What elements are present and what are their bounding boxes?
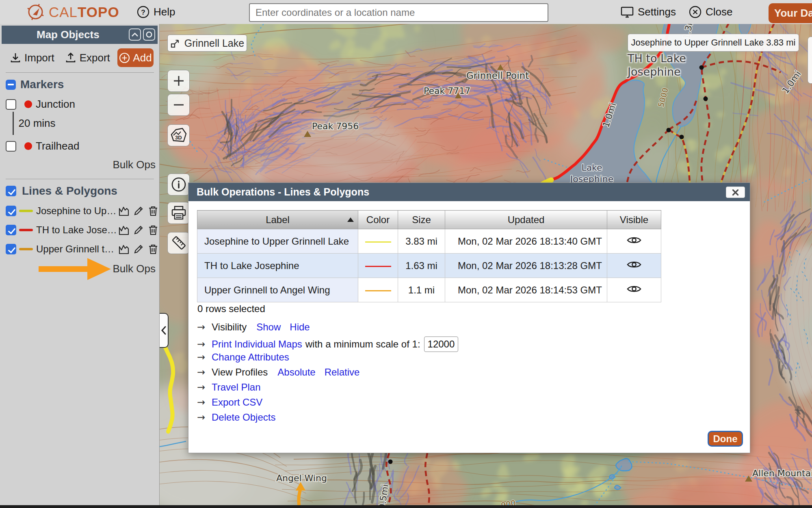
visibility-eye-icon[interactable] (627, 284, 641, 294)
help-button[interactable]: ? Help (137, 0, 175, 24)
column-header-size[interactable]: Size (398, 211, 445, 229)
export-button[interactable]: Export (65, 52, 110, 64)
done-button[interactable]: Done (708, 431, 743, 447)
cell-visible[interactable] (607, 254, 661, 278)
panel-circle-button[interactable] (143, 28, 155, 41)
timing-label: 20 mins (19, 117, 56, 130)
cell-visible[interactable] (607, 278, 661, 302)
change-attributes-link[interactable]: Change Attributes (212, 352, 289, 363)
delete-objects-link[interactable]: Delete Objects (212, 412, 275, 423)
line-label: Josephine to Up… (36, 205, 117, 217)
line-checkbox[interactable] (6, 225, 16, 235)
marker-row-trailhead[interactable]: Trailhead (6, 140, 79, 152)
edit-icon[interactable] (133, 205, 144, 216)
trailhead-checkbox[interactable] (6, 141, 16, 152)
cell-updated: Mon, 02 Mar 2026 18:13:28 GMT (445, 254, 607, 278)
markers-section-header[interactable]: Markers (6, 78, 64, 91)
settings-button[interactable]: Settings (621, 0, 676, 24)
line-color-swatch (19, 229, 33, 232)
delete-icon[interactable] (148, 224, 158, 236)
cell-size: 3.83 mi (398, 229, 445, 254)
profile-icon[interactable] (118, 243, 130, 255)
cell-label: Upper Grinnell to Angel Wing (197, 278, 358, 302)
visibility-eye-icon[interactable] (627, 235, 641, 245)
print-button[interactable] (167, 202, 190, 224)
cell-visible[interactable] (607, 229, 661, 254)
edit-icon[interactable] (133, 224, 144, 235)
route-tooltip-label: Josephine to Upper Grinnell Lake 3.83 mi (631, 37, 796, 48)
line-row-th-to-lake[interactable]: TH to Lake Jose… (6, 224, 158, 236)
map-label-peak-7717: Peak 7717 (424, 86, 470, 96)
column-header-label[interactable]: Label (197, 211, 358, 229)
edit-icon[interactable] (133, 243, 144, 254)
help-label: Help (154, 6, 175, 18)
divider (6, 179, 154, 179)
panel-collapse-button[interactable] (129, 28, 141, 41)
search-input[interactable] (249, 3, 548, 22)
lines-section-header[interactable]: Lines & Polygons (6, 185, 117, 198)
3d-terrain-icon: 3D (170, 127, 187, 143)
table-header-row: Label Color Size Updated Visible (197, 211, 661, 229)
settings-label: Settings (638, 6, 676, 18)
close-button[interactable]: Close (689, 0, 732, 24)
map-label-allen-mountain: Allen Mountain (752, 468, 812, 478)
delete-icon[interactable] (148, 243, 158, 255)
print-individual-maps-link[interactable]: Print Individual Maps (212, 339, 302, 350)
profile-icon[interactable] (118, 224, 130, 236)
print-scale-text: with a minimum scale of 1: (305, 339, 420, 350)
dialog-header[interactable]: Bulk Operations - Lines & Polygons (188, 183, 750, 201)
export-csv-link[interactable]: Export CSV (212, 397, 262, 408)
add-label: Add (133, 52, 152, 64)
minus-icon (172, 98, 186, 112)
table-row[interactable]: Josephine to Upper Grinnell Lake 3.83 mi… (197, 229, 661, 254)
collapse-markers-icon[interactable] (6, 80, 16, 90)
line-checkbox[interactable] (6, 244, 16, 254)
layers-panel-sliver[interactable] (808, 37, 812, 84)
3d-view-button[interactable]: 3D (167, 124, 190, 146)
ruler-button[interactable] (167, 232, 190, 254)
arrow-icon: → (197, 339, 212, 350)
import-button[interactable]: Import (10, 52, 54, 64)
junction-checkbox[interactable] (6, 99, 16, 110)
circle-o-icon (145, 31, 153, 38)
visibility-eye-icon[interactable] (627, 260, 641, 269)
marker-row-junction[interactable]: Junction (6, 98, 75, 111)
line-row-josephine-to-upper[interactable]: Josephine to Up… (6, 205, 158, 217)
your-data-button[interactable]: Your Data (769, 3, 812, 23)
line-checkbox[interactable] (6, 206, 16, 216)
profile-icon[interactable] (118, 205, 130, 217)
show-link[interactable]: Show (256, 321, 281, 333)
column-header-visible[interactable]: Visible (607, 211, 661, 229)
hide-link[interactable]: Hide (290, 321, 310, 333)
action-change-attributes: → Change Attributes (197, 352, 289, 363)
export-label: Export (80, 52, 110, 64)
delete-icon[interactable] (148, 205, 158, 217)
caltopo-logo[interactable]: CALTOPO (26, 2, 119, 22)
table-row[interactable]: TH to Lake Josephine 1.63 mi Mon, 02 Mar… (197, 254, 661, 278)
info-button[interactable] (167, 174, 190, 195)
help-icon: ? (137, 6, 149, 18)
markers-bulk-ops-link[interactable]: Bulk Ops (113, 158, 156, 171)
line-row-upper-grinnell[interactable]: Upper Grinnell t… (6, 243, 158, 255)
ruler-icon (171, 235, 187, 251)
dialog-close-button[interactable] (726, 187, 745, 198)
lines-polygons-checkbox[interactable] (6, 186, 16, 196)
zoom-out-button[interactable] (167, 94, 190, 116)
table-row[interactable]: Upper Grinnell to Angel Wing 1.1 mi Mon,… (197, 278, 661, 302)
cell-updated: Mon, 02 Mar 2026 18:14:53 GMT (445, 278, 607, 302)
map-objects-sidebar: Map Objects Import Export (0, 24, 160, 508)
sidebar-collapse-tab[interactable] (160, 313, 169, 348)
travel-plan-link[interactable]: Travel Plan (212, 382, 261, 393)
brand-cal: CAL (49, 4, 78, 20)
zoom-in-button[interactable] (167, 70, 190, 92)
absolute-link[interactable]: Absolute (277, 367, 315, 378)
relative-link[interactable]: Relative (325, 367, 360, 378)
column-header-updated[interactable]: Updated (445, 211, 607, 229)
close-x-icon (732, 189, 739, 196)
chevron-left-icon (161, 326, 167, 335)
add-object-button[interactable]: Add (117, 48, 154, 67)
column-header-color[interactable]: Color (358, 211, 398, 229)
back-to-grinnell-lake-button[interactable]: Grinnell Lake (167, 35, 247, 52)
lines-bulk-ops-link[interactable]: Bulk Ops (113, 263, 156, 275)
minimum-scale-input[interactable] (424, 336, 458, 352)
